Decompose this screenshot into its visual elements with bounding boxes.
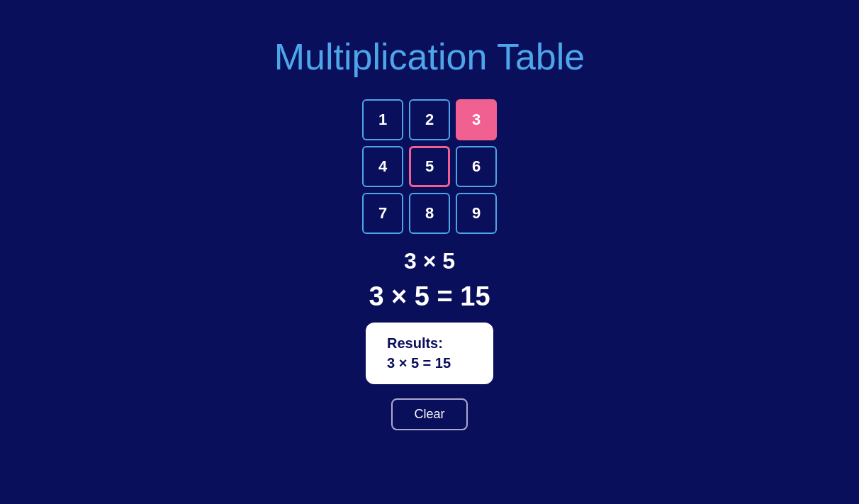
number-button-9[interactable]: 9 bbox=[456, 193, 497, 234]
clear-button[interactable]: Clear bbox=[391, 398, 467, 430]
number-button-1[interactable]: 1 bbox=[362, 99, 403, 140]
results-box: Results: 3 × 5 = 15 bbox=[366, 323, 493, 384]
number-button-5[interactable]: 5 bbox=[409, 146, 450, 187]
number-button-7[interactable]: 7 bbox=[362, 193, 403, 234]
results-label: Results: bbox=[387, 335, 472, 352]
page-title: Multiplication Table bbox=[274, 35, 585, 78]
number-button-4[interactable]: 4 bbox=[362, 146, 403, 187]
result-display: 3 × 5 = 15 bbox=[369, 281, 490, 312]
results-value: 3 × 5 = 15 bbox=[387, 355, 472, 371]
number-button-2[interactable]: 2 bbox=[409, 99, 450, 140]
number-button-3[interactable]: 3 bbox=[456, 99, 497, 140]
expression-display: 3 × 5 bbox=[404, 248, 455, 274]
number-button-6[interactable]: 6 bbox=[456, 146, 497, 187]
number-grid: 123456789 bbox=[362, 99, 497, 234]
number-button-8[interactable]: 8 bbox=[409, 193, 450, 234]
